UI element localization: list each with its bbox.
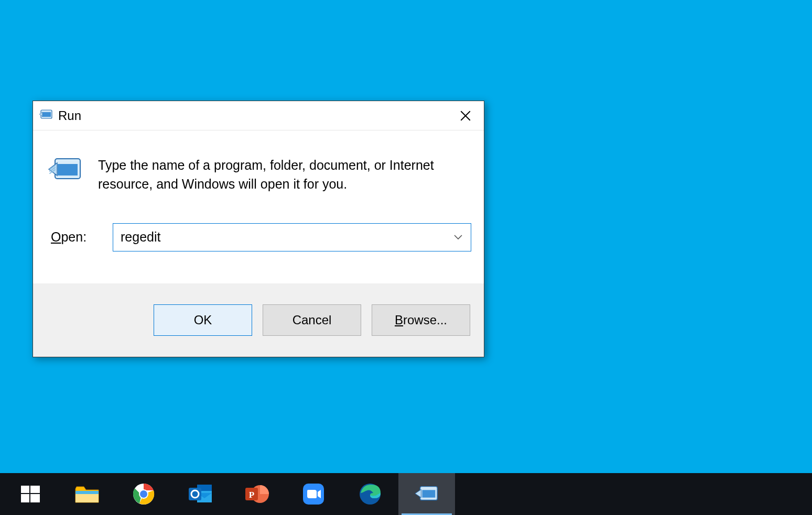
run-dialog-icon — [46, 156, 85, 185]
svg-rect-25 — [422, 490, 435, 497]
taskbar-item-outlook[interactable] — [172, 473, 229, 515]
svg-rect-7 — [30, 486, 40, 493]
titlebar[interactable]: Run — [33, 101, 484, 130]
dialog-title: Run — [58, 108, 81, 123]
run-titlebar-icon — [39, 109, 53, 123]
svg-rect-8 — [21, 494, 29, 502]
taskbar-item-zoom[interactable] — [285, 473, 342, 515]
taskbar-item-file-explorer[interactable] — [59, 473, 115, 515]
close-button[interactable] — [447, 101, 484, 130]
chrome-icon — [131, 481, 156, 507]
taskbar-item-edge[interactable] — [342, 473, 398, 515]
chevron-down-icon[interactable] — [451, 235, 464, 240]
zoom-icon — [301, 481, 326, 507]
taskbar-item-powerpoint[interactable]: P — [229, 473, 285, 515]
open-combobox[interactable] — [113, 223, 471, 251]
svg-text:P: P — [249, 490, 254, 500]
svg-rect-11 — [75, 491, 99, 494]
info-row: Type the name of a program, folder, docu… — [46, 156, 471, 194]
svg-rect-1 — [42, 112, 51, 117]
start-button[interactable] — [2, 473, 59, 515]
dialog-description: Type the name of a program, folder, docu… — [98, 156, 471, 194]
powerpoint-icon: P — [244, 481, 269, 507]
svg-point-14 — [140, 490, 147, 498]
run-dialog: Run Type the name of a program, folder, … — [33, 101, 484, 357]
taskbar-item-run[interactable] — [398, 473, 455, 515]
browse-button[interactable]: Browse... — [372, 304, 470, 336]
taskbar-item-chrome[interactable] — [115, 473, 172, 515]
open-input[interactable] — [120, 229, 451, 245]
svg-rect-9 — [30, 494, 40, 502]
ok-button[interactable]: OK — [154, 304, 252, 336]
edge-icon — [358, 481, 383, 507]
button-bar: OK Cancel Browse... — [33, 283, 484, 357]
dialog-body: Type the name of a program, folder, docu… — [33, 130, 484, 283]
svg-rect-6 — [21, 486, 29, 493]
close-icon — [460, 111, 471, 121]
taskbar: P — [0, 473, 812, 515]
run-taskbar-icon — [414, 481, 439, 507]
outlook-icon — [188, 481, 213, 507]
open-row: Open: — [46, 223, 471, 251]
svg-rect-5 — [58, 164, 78, 176]
cancel-button[interactable]: Cancel — [263, 304, 361, 336]
open-label: Open: — [51, 229, 98, 245]
windows-logo-icon — [18, 481, 43, 507]
file-explorer-icon — [74, 481, 100, 507]
